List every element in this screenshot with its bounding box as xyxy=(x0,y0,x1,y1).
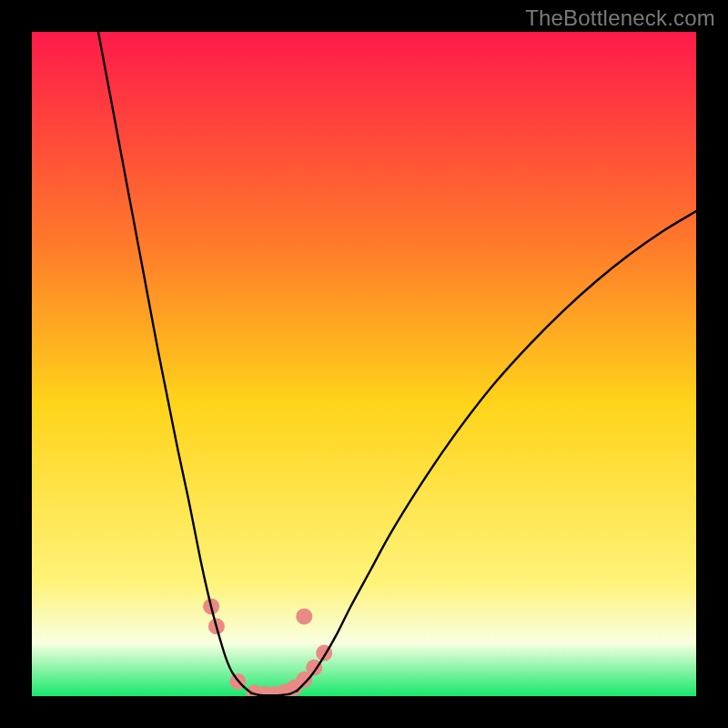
gradient-background xyxy=(32,32,696,696)
data-marker xyxy=(296,608,312,624)
plot-area xyxy=(32,32,696,696)
watermark-text: TheBottleneck.com xyxy=(525,5,715,31)
chart-svg xyxy=(32,32,696,696)
chart-frame: TheBottleneck.com xyxy=(0,0,728,728)
